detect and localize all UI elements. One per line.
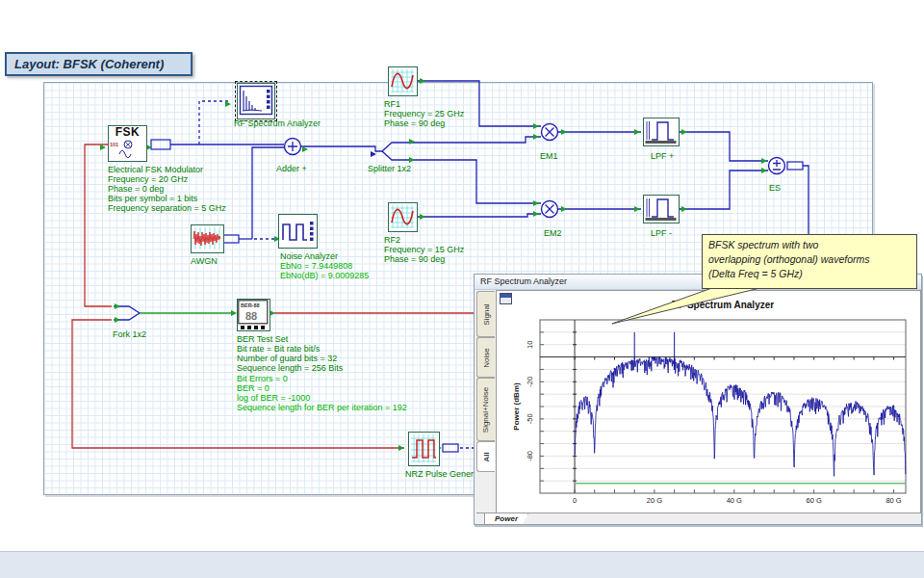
noise-analyzer-params: EbNo = 7.9449808 EbNo(dB) = 9.0009285 (280, 261, 369, 280)
fsk-params: Electrical FSK Modulator Frequency = 20 … (108, 165, 226, 213)
noise-source-icon (192, 225, 222, 251)
component-rf-spectrum-analyzer[interactable] (237, 83, 275, 119)
sine-generator-icon (389, 203, 416, 230)
component-fsk-modulator[interactable]: FSK 101 (108, 125, 147, 162)
spectrum-analyzer-icon (239, 85, 273, 117)
lpf-plus-label: LPF + (651, 151, 674, 161)
lowpass-filter-icon (644, 118, 678, 144)
chart-text: -50 (526, 413, 534, 424)
fork-label: Fork 1x2 (113, 329, 146, 339)
chart-text: -20 (526, 377, 534, 387)
component-rf1-generator[interactable] (388, 66, 418, 96)
svg-text:101: 101 (110, 142, 118, 147)
chart-text: 60 G (807, 496, 822, 505)
component-noise-analyzer[interactable] (278, 214, 318, 249)
chart-text: 20 G (647, 496, 662, 505)
spectrum-plot: 020 G40 G60 G80 G10-20-50-80RF Spectrum … (509, 288, 917, 510)
svg-text:BER-88: BER-88 (241, 302, 260, 308)
chart-text: 10 (526, 341, 534, 349)
chart-text: RF Spectrum Analyzer (672, 300, 774, 310)
window-title: RF Spectrum Analyzer (480, 276, 567, 286)
component-nrz-pulse-generator[interactable] (408, 432, 440, 466)
fsk-icon: 101 (109, 139, 143, 158)
layout-title-label: Layout: BFSK (Coherent) (5, 52, 192, 76)
spectrum-trace (575, 356, 906, 476)
noise-analyzer-label: Noise Analyzer (280, 251, 338, 261)
em1-label: EM1 (540, 151, 558, 161)
rf1-params: RF1 Frequency = 25 GHz Phase = 90 deg (384, 99, 464, 128)
tab-all[interactable]: All (476, 441, 495, 472)
ber-label: BER Test Set (237, 334, 288, 344)
component-ber-test-set[interactable]: BER-88 88 (237, 299, 270, 331)
chart-text: 40 G (727, 496, 742, 505)
chart-text: 0 (573, 496, 577, 505)
tab-noise[interactable]: Noise (476, 337, 495, 378)
noise-analyzer-icon (279, 215, 316, 247)
es-label: ES (769, 183, 781, 193)
sine-generator-icon (389, 67, 416, 94)
svg-text:88: 88 (245, 310, 257, 322)
lpf-minus-label: LPF - (651, 228, 672, 238)
component-rf2-generator[interactable] (388, 202, 418, 232)
chart-text: Frequency (Hz) (695, 509, 751, 510)
tab-power[interactable]: Power (484, 513, 528, 525)
ber-results: Bit Errors = 0 BER = 0 log of BER = -100… (237, 374, 407, 412)
component-lpf-plus[interactable] (643, 118, 680, 146)
rf2-params: RF2 Frequency = 15 GHz Phase = 90 deg (384, 235, 464, 264)
tab-signal[interactable]: Signal (476, 291, 495, 337)
nrz-pulse-icon (409, 433, 438, 464)
bottom-band (0, 551, 924, 578)
spectrum-analyzer-window[interactable]: RF Spectrum Analyzer Signal Noise Signal… (474, 274, 922, 525)
ber-params: Bit rate = Bit rate bit/s Number of guar… (237, 344, 343, 373)
ber-test-set-icon: BER-88 88 (238, 300, 269, 329)
chart-text: Power (dBm) (512, 382, 521, 431)
component-awgn[interactable] (191, 224, 224, 253)
rfsa-label: RF Spectrum Analyzer (234, 118, 321, 128)
em2-label: EM2 (544, 228, 562, 238)
fsk-block-title: FSK (109, 126, 146, 139)
chart-text: 80 G (886, 496, 901, 505)
layout-title-text: Layout: BFSK (Coherent) (14, 57, 164, 71)
tab-bar-divider (476, 512, 919, 513)
awgn-label: AWGN (191, 256, 218, 266)
chart-text: -80 (526, 451, 534, 461)
graph-window-icon (500, 293, 512, 304)
lowpass-filter-icon (644, 196, 678, 222)
adder-label: Adder + (276, 164, 307, 173)
splitter-label: Splitter 1x2 (368, 164, 411, 173)
component-lpf-minus[interactable] (643, 195, 680, 223)
tab-signal-plus-noise[interactable]: Signal+Noise (476, 378, 495, 441)
callout-note: BFSK spectrum with two overlapping (orth… (702, 234, 917, 289)
